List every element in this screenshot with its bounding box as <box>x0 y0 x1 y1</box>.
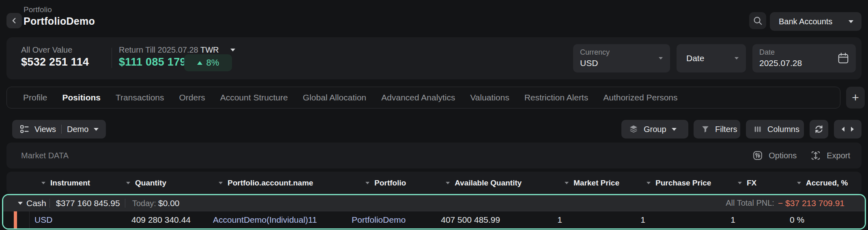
export-icon <box>810 150 821 161</box>
divider <box>112 48 112 68</box>
chevron-down-icon <box>672 128 677 131</box>
views-icon <box>19 124 29 134</box>
column-header-portfolio[interactable]: Portfolio <box>365 179 406 187</box>
cell-quantity: 409 280 340.44 <box>122 215 191 225</box>
chevron-down-icon <box>797 182 801 184</box>
tab-valuations[interactable]: Valuations <box>470 93 509 102</box>
tab-account-structure[interactable]: Account Structure <box>220 93 288 102</box>
cell-account-name[interactable]: AccountDemo(Individual)11 <box>213 215 317 225</box>
tab-global-allocation[interactable]: Global Allocation <box>303 93 366 102</box>
today-label: Today: <box>132 198 156 208</box>
chevron-down-icon <box>126 182 130 184</box>
group-label: Group <box>644 125 666 134</box>
triangle-left-icon <box>840 126 847 132</box>
chevron-down-icon <box>647 182 651 184</box>
date-field[interactable]: Date 2025.07.28 <box>752 44 856 72</box>
bank-accounts-dropdown[interactable]: Bank Accounts <box>770 12 862 31</box>
tab-advanced-analytics[interactable]: Advanced Analytics <box>381 93 455 102</box>
chevron-down-icon <box>735 57 739 60</box>
chevron-down-icon <box>446 182 450 184</box>
views-selector[interactable]: Views Demo <box>12 120 106 138</box>
column-header-market-price[interactable]: Market Price <box>565 179 619 187</box>
chevron-down-icon <box>41 182 45 184</box>
calendar-icon[interactable] <box>837 52 849 64</box>
chevron-left-icon <box>10 16 19 25</box>
options-sliders-icon <box>752 150 763 161</box>
portfolio-screen: Portfolio PortfolioDemo Bank Accounts Al… <box>0 0 868 230</box>
section-actions: Options Export <box>752 150 850 161</box>
arrow-up-icon <box>197 61 202 65</box>
date-mode-dropdown[interactable]: Date <box>677 44 746 72</box>
return-change: 8% <box>206 58 219 68</box>
chevron-down-icon <box>565 182 569 184</box>
cell-fx: 1 <box>730 215 735 225</box>
options-label: Options <box>769 151 797 160</box>
chevron-down-icon <box>94 128 99 131</box>
column-header-quantity[interactable]: Quantity <box>126 179 166 187</box>
plus-icon: + <box>852 91 859 104</box>
tab-restriction-alerts[interactable]: Restriction Alerts <box>524 93 589 102</box>
divider <box>29 211 30 228</box>
divider <box>61 125 62 134</box>
refresh-icon <box>814 124 824 134</box>
column-header-portfolio-account-name[interactable]: Portfolio.account.name <box>219 179 313 187</box>
currency-dropdown[interactable]: Currency USD <box>573 44 670 72</box>
options-button[interactable]: Options <box>752 150 797 161</box>
cell-purchase-price: 1 <box>640 215 645 225</box>
cell-available-quantity: 407 500 485.99 <box>441 215 500 225</box>
cell-portfolio[interactable]: PortfolioDemo <box>352 215 406 225</box>
table-header-row: Instrument Quantity Portfolio.account.na… <box>6 172 862 194</box>
pnl-value: − $37 213 709.91 <box>778 198 844 208</box>
export-label: Export <box>827 151 850 160</box>
group-row-cash[interactable]: Cash $377 160 845.95 Today: $0.00 All To… <box>3 195 865 211</box>
market-data-section: Market DATA Options Export <box>6 143 862 168</box>
group-button[interactable]: Group <box>621 120 688 138</box>
chevron-down-icon <box>219 182 223 184</box>
collapse-expand-panel-button[interactable] <box>834 120 862 138</box>
columns-icon <box>753 125 762 134</box>
return-method-selector[interactable]: TWR <box>200 45 219 55</box>
column-header-purchase-price[interactable]: Purchase Price <box>647 179 711 187</box>
columns-button[interactable]: Columns <box>746 120 804 138</box>
export-button[interactable]: Export <box>810 150 850 161</box>
expander-chevron-down-icon[interactable] <box>18 202 23 204</box>
cell-accrued-pct: 0 % <box>790 215 804 225</box>
bank-accounts-label: Bank Accounts <box>779 17 832 26</box>
table-row-usd[interactable]: USD 409 280 340.44 AccountDemo(Individua… <box>3 211 865 228</box>
layers-icon <box>629 124 638 134</box>
tab-profile[interactable]: Profile <box>23 93 47 102</box>
group-total: $377 160 845.95 <box>56 198 120 208</box>
column-header-fx[interactable]: FX <box>738 179 756 187</box>
tab-bar: Profile Positions Transactions Orders Ac… <box>6 87 840 109</box>
chevron-down-icon <box>365 182 370 184</box>
refresh-button[interactable] <box>810 120 828 138</box>
views-label: Views <box>34 125 56 134</box>
all-over-value: $532 251 114 <box>21 56 89 68</box>
date-label: Date <box>759 48 775 57</box>
filters-button[interactable]: Filters <box>694 120 740 138</box>
divider <box>125 199 125 208</box>
search-button[interactable] <box>749 12 766 29</box>
breadcrumb: Portfolio <box>24 5 52 14</box>
tab-positions[interactable]: Positions <box>62 93 101 102</box>
column-header-instrument[interactable]: Instrument <box>41 179 90 187</box>
cell-market-price: 1 <box>557 215 562 225</box>
column-header-accrued-pct[interactable]: Accrued, % <box>797 179 848 187</box>
tab-orders[interactable]: Orders <box>179 93 205 102</box>
return-value: $111 085 179 <box>119 56 186 68</box>
cell-instrument[interactable]: USD <box>34 215 52 225</box>
selected-group-highlight: Cash $377 160 845.95 Today: $0.00 All To… <box>2 194 866 230</box>
date-value: 2025.07.28 <box>759 58 802 68</box>
row-accent-stripe <box>14 211 17 228</box>
chevron-down-icon[interactable] <box>230 49 235 51</box>
tab-authorized-persons[interactable]: Authorized Persons <box>603 93 677 102</box>
search-icon <box>752 15 763 26</box>
back-button[interactable] <box>6 13 22 28</box>
tab-transactions[interactable]: Transactions <box>116 93 164 102</box>
add-tab-button[interactable]: + <box>846 87 865 109</box>
return-till-label: Return Till 2025.07.28 <box>119 45 198 55</box>
date-mode-label: Date <box>686 53 704 63</box>
column-header-available-quantity[interactable]: Available Quantity <box>446 179 522 187</box>
summary-panel: All Over Value $532 251 114 Return Till … <box>6 37 862 79</box>
all-over-value-label: All Over Value <box>21 45 72 55</box>
